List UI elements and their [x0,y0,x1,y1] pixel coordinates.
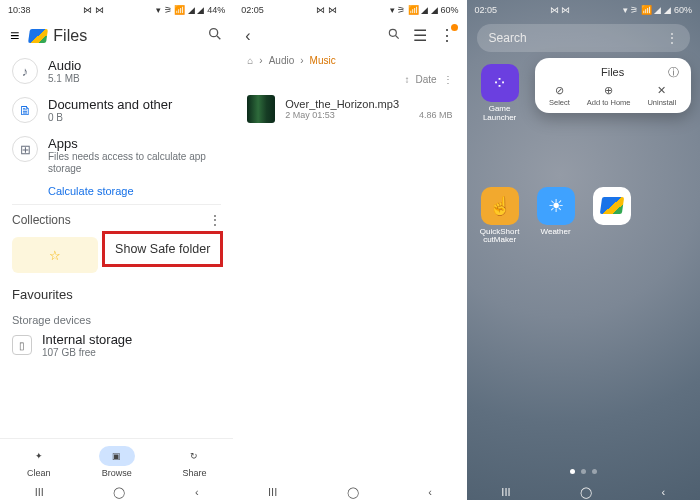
app-files[interactable] [587,187,637,246]
recents-button[interactable]: III [501,486,510,498]
storage-free: 107 GB free [42,347,132,358]
svg-line-1 [217,36,220,39]
calculate-storage-link[interactable]: Calculate storage [0,181,233,204]
nav-label: Share [182,468,206,478]
screen-music-folder: 02:05 ⋈ ⋈ ▾ ⚞ 📶 ◢ ◢ 60% ‹ ☰ ⋮ ⌂ › Audio … [233,0,466,500]
app-icon: ☝ [481,187,519,225]
files-logo-icon [28,29,48,43]
uninstall-icon: ✕ [656,84,668,96]
popup-action-label: Add to Home [587,98,631,107]
status-left-icons: ⋈ ⋈ [316,5,337,15]
status-left-icons: ⋈ ⋈ [550,5,571,15]
svg-point-2 [389,29,396,36]
system-nav: III ◯ ‹ [0,484,233,500]
status-battery: 60% [441,5,459,15]
home-button[interactable]: ◯ [347,486,359,499]
nav-share[interactable]: ↻ Share [176,446,212,478]
back-button[interactable]: ‹ [428,486,432,498]
back-button[interactable]: ‹ [195,486,199,498]
back-icon[interactable]: ‹ [245,27,250,45]
collections-header: Collections ⋮ [0,205,233,231]
category-row[interactable]: ⊞ Apps Files needs access to calculate a… [0,130,233,181]
hamburger-icon[interactable]: ≡ [10,27,19,45]
status-time: 02:05 [475,5,498,15]
app-label: Weather [541,228,571,237]
home-icon[interactable]: ⌂ [247,55,253,66]
category-name: Documents and other [48,97,221,112]
show-safe-folder-button[interactable]: Show Safe folder [102,231,223,267]
internal-storage-row[interactable]: ▯ Internal storage 107 GB free [12,326,221,364]
popup-title: Files ⓘ [541,66,685,84]
add-home-icon: ⊕ [603,84,615,96]
screen-files-app: 10:38 ⋈ ⋈ ▾ ⚞ 📶 ◢ ◢ 44% ≡ Files ♪ Audio … [0,0,233,500]
back-button[interactable]: ‹ [661,486,665,498]
nav-browse[interactable]: ▣ Browse [99,446,135,478]
file-name: Over_the_Horizon.mp3 [285,98,452,110]
status-bar: 02:05 ⋈ ⋈ ▾ ⚞ 📶 ◢ ◢ 60% [233,0,466,20]
collections-label: Collections [12,213,71,227]
sparkle-icon: ✦ [21,446,57,466]
sort-bar[interactable]: ↕ Date ⋮ [233,70,466,87]
app-weather[interactable]: ☀ Weather [531,187,581,246]
search-icon[interactable] [387,27,401,45]
nav-label: Clean [27,468,51,478]
chevron-right-icon: › [259,55,262,66]
info-icon[interactable]: ⓘ [668,65,679,80]
popup-uninstall[interactable]: ✕ Uninstall [647,84,676,107]
nav-clean[interactable]: ✦ Clean [21,446,57,478]
breadcrumb[interactable]: ⌂ › Audio › Music [233,51,466,70]
category-name: Apps [48,136,221,151]
apps-icon: ⊞ [12,136,38,162]
storage-devices-label: Storage devices [12,314,221,326]
category-sub: Files needs access to calculate app stor… [48,151,221,175]
status-signal-icons: ▾ ⚞ 📶 ◢ ◢ [623,5,671,15]
crumb-audio[interactable]: Audio [269,55,295,66]
app-icon: ⁘ [481,64,519,102]
more-icon[interactable]: ⋮ [209,213,221,227]
app-context-popup: Files ⓘ ⊘ Select ⊕ Add to Home ✕ Uninsta… [535,58,691,113]
category-size: 5.1 MB [48,73,221,85]
more-icon[interactable]: ⋮ [666,31,678,45]
popup-add-home[interactable]: ⊕ Add to Home [587,84,631,107]
sort-label: Date [415,74,436,85]
recents-button[interactable]: III [268,486,277,498]
popup-action-label: Select [549,98,570,107]
app-bar: ≡ Files [0,20,233,52]
search-placeholder: Search [489,31,527,45]
home-button[interactable]: ◯ [580,486,592,499]
list-view-icon[interactable]: ☰ [413,26,427,45]
file-size: 4.86 MB [419,110,453,120]
favourites-label: Favourites [0,283,233,310]
bottom-nav: ✦ Clean ▣ Browse ↻ Share [0,438,233,484]
app-label: QuickShort cutMaker [475,228,525,246]
search-icon[interactable] [207,26,223,46]
crumb-current: Music [310,55,336,66]
favourites-chip[interactable]: ☆ [12,237,98,273]
search-bar[interactable]: Search ⋮ [477,24,690,52]
more-icon[interactable]: ⋮ [439,26,455,45]
status-battery: 44% [207,5,225,15]
file-row[interactable]: Over_the_Horizon.mp3 2 May 01:53 4.86 MB [233,87,466,131]
apps-row-2: ☝ QuickShort cutMaker ☀ Weather [467,179,700,246]
app-quickshortcutmaker[interactable]: ☝ QuickShort cutMaker [475,187,525,246]
category-row[interactable]: ♪ Audio 5.1 MB [0,52,233,91]
svg-line-3 [395,35,398,38]
app-icon: ☀ [537,187,575,225]
screen-launcher: 02:05 ⋈ ⋈ ▾ ⚞ 📶 ◢ ◢ 60% Search ⋮ ⁘ Game … [467,0,700,500]
nav-label: Browse [102,468,132,478]
category-row[interactable]: 🗎 Documents and other 0 B [0,91,233,130]
popup-select[interactable]: ⊘ Select [549,84,570,107]
status-signal-icons: ▾ ⚞ 📶 ◢ ◢ [390,5,438,15]
more-icon[interactable]: ⋮ [443,74,453,85]
status-bar: 10:38 ⋈ ⋈ ▾ ⚞ 📶 ◢ ◢ 44% [0,0,233,20]
recents-button[interactable]: III [35,486,44,498]
select-icon: ⊘ [553,84,565,96]
category-name: Audio [48,58,221,73]
audio-icon: ♪ [12,58,38,84]
home-button[interactable]: ◯ [113,486,125,499]
chevron-right-icon: › [300,55,303,66]
app-label: Game Launcher [475,105,525,123]
file-date: 2 May 01:53 [285,110,335,120]
svg-point-0 [210,29,218,37]
app-game-launcher[interactable]: ⁘ Game Launcher [475,64,525,123]
